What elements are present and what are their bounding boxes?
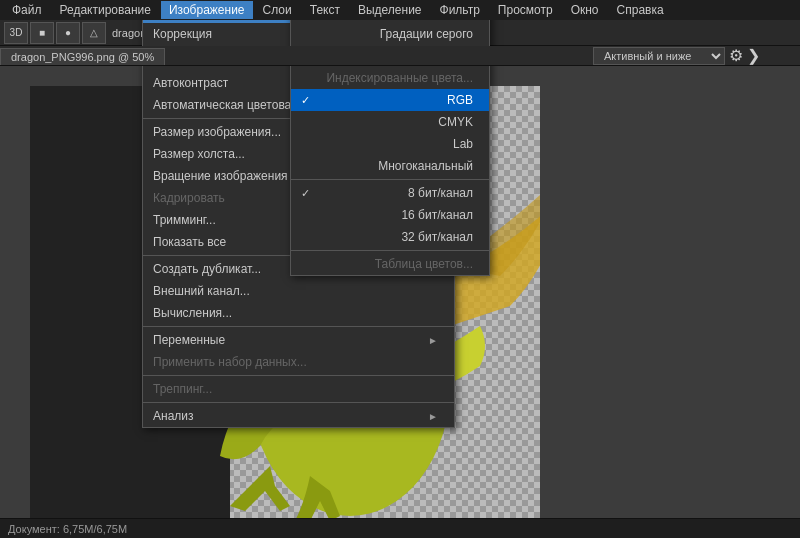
mode-item-indexed[interactable]: Индексированные цвета...: [291, 67, 489, 89]
mode-item-cmyk[interactable]: CMYK: [291, 111, 489, 133]
menu-select[interactable]: Выделение: [350, 1, 430, 19]
toolbar-btn-2[interactable]: ●: [56, 22, 80, 44]
mode-item-32bit[interactable]: 32 бит/канал: [291, 226, 489, 248]
workspace-selector[interactable]: Активный и ниже Все слои Текущий слой: [593, 47, 725, 65]
menu-text[interactable]: Текст: [302, 1, 348, 19]
menu-item-calculations[interactable]: Вычисления...: [143, 302, 454, 324]
menu-bar: Файл Редактирование Изображение Слои Тек…: [0, 0, 800, 20]
toolbar-btn-1[interactable]: ■: [30, 22, 54, 44]
menu-view[interactable]: Просмотр: [490, 1, 561, 19]
menu-file[interactable]: Файл: [4, 1, 50, 19]
menu-item-variables[interactable]: Переменные ►: [143, 329, 454, 351]
document-tab[interactable]: dragon_PNG996.png @ 50%: [0, 48, 165, 65]
mode-item-16bit[interactable]: 16 бит/канал: [291, 204, 489, 226]
menu-layers[interactable]: Слои: [255, 1, 300, 19]
right-panel-toggle[interactable]: ❯: [747, 46, 760, 65]
menu-help[interactable]: Справка: [609, 1, 672, 19]
separator-4: [143, 326, 454, 327]
menu-item-analysis[interactable]: Анализ ►: [143, 405, 454, 427]
workspace-icon[interactable]: ⚙: [729, 46, 743, 65]
mode-item-colortable[interactable]: Таблица цветов...: [291, 253, 489, 275]
menu-image[interactable]: Изображение: [161, 1, 253, 19]
mode-item-lab[interactable]: Lab: [291, 133, 489, 155]
menu-filter[interactable]: Фильтр: [432, 1, 488, 19]
separator-6: [143, 402, 454, 403]
mode-separator-1: [291, 179, 489, 180]
menu-item-applydataset[interactable]: Применить набор данных...: [143, 351, 454, 373]
mode-separator-2: [291, 250, 489, 251]
toolbar-btn-3[interactable]: △: [82, 22, 106, 44]
mode-item-multichannel[interactable]: Многоканальный: [291, 155, 489, 177]
menu-item-trapping[interactable]: Треппинг...: [143, 378, 454, 400]
separator-5: [143, 375, 454, 376]
3d-button[interactable]: 3D: [4, 22, 28, 44]
mode-item-8bit[interactable]: ✓ 8 бит/канал: [291, 182, 489, 204]
menu-edit[interactable]: Редактирование: [52, 1, 159, 19]
status-info: Документ: 6,75М/6,75М: [8, 523, 127, 535]
menu-window[interactable]: Окно: [563, 1, 607, 19]
menu-item-applyimage[interactable]: Внешний канал...: [143, 280, 454, 302]
mode-item-grayscale[interactable]: Градации серого: [291, 23, 489, 45]
mode-item-rgb[interactable]: ✓ RGB: [291, 89, 489, 111]
mode-submenu: Битовый формат Градации серого Дуплекс И…: [290, 0, 490, 276]
status-bar: Документ: 6,75М/6,75М: [0, 518, 800, 538]
